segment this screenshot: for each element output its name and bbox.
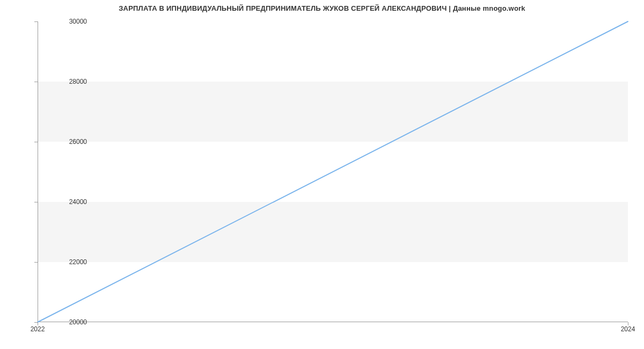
- y-tick-label: 30000: [69, 18, 87, 25]
- y-tick-label: 24000: [69, 198, 87, 206]
- x-tick-label: 2022: [31, 325, 45, 333]
- y-tick: [34, 21, 38, 22]
- y-tick-label: 26000: [69, 138, 87, 146]
- y-tick-label: 22000: [69, 258, 87, 266]
- chart-container: ЗАРПЛАТА В ИПНДИВИДУАЛЬНЫЙ ПРЕДПРИНИМАТЕ…: [0, 0, 644, 349]
- plot-area: [38, 21, 628, 322]
- line-layer: [38, 21, 628, 322]
- chart-title: ЗАРПЛАТА В ИПНДИВИДУАЛЬНЫЙ ПРЕДПРИНИМАТЕ…: [0, 4, 644, 12]
- y-tick: [34, 202, 38, 202]
- y-tick-label: 20000: [69, 318, 87, 326]
- y-tick: [34, 82, 38, 82]
- y-tick: [34, 262, 38, 263]
- x-tick-label: 2024: [621, 325, 635, 333]
- y-tick: [34, 142, 38, 142]
- series-line: [38, 21, 628, 322]
- y-tick-label: 28000: [69, 78, 87, 85]
